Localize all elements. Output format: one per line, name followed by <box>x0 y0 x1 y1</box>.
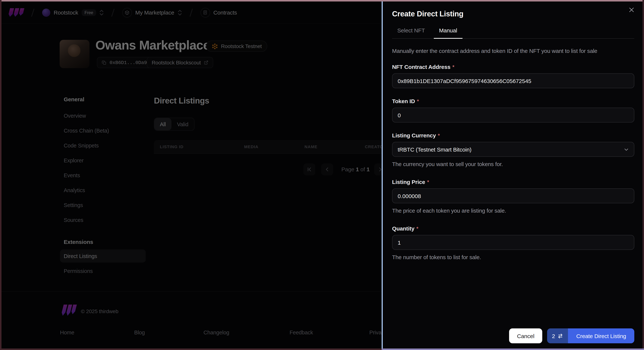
field-listing-price: Listing Price* The price of each token y… <box>392 179 634 214</box>
tx-count-segment: 2 <box>547 329 568 343</box>
submit-label: Create Direct Listing <box>568 329 634 343</box>
listing-currency-select[interactable]: tRBTC (Testnet Smart Bitcoin) <box>392 142 634 157</box>
field-label: NFT Contract Address* <box>392 64 634 70</box>
required-asterisk: * <box>417 98 419 104</box>
close-icon[interactable] <box>627 5 636 14</box>
field-listing-currency: Listing Currency* tRBTC (Testnet Smart B… <box>392 132 634 167</box>
cancel-button[interactable]: Cancel <box>509 329 542 343</box>
required-asterisk: * <box>416 225 418 232</box>
drawer-tabs: Select NFT Manual <box>392 27 634 39</box>
drawer-actions: Cancel 2 Create Direct Listing <box>392 329 634 343</box>
drawer-title: Create Direct Listing <box>392 10 634 18</box>
quantity-input[interactable] <box>392 235 634 250</box>
window-frame-left <box>0 0 2 350</box>
nft-contract-address-input[interactable] <box>392 73 634 88</box>
listing-currency-value: tRBTC (Testnet Smart Bitcoin) <box>398 146 472 152</box>
drawer-focus-ring-bottom <box>382 349 644 350</box>
tab-manual[interactable]: Manual <box>434 27 462 38</box>
token-id-input[interactable] <box>392 108 634 122</box>
tab-select-nft[interactable]: Select NFT <box>392 27 430 38</box>
field-label: Listing Currency* <box>392 132 634 138</box>
window-frame-right <box>642 0 644 350</box>
required-asterisk: * <box>452 64 454 70</box>
dashboard-page: Rootstock Free My Marketplace <box>2 1 642 349</box>
tx-count: 2 <box>552 333 555 339</box>
field-label: Quantity* <box>392 225 634 232</box>
field-quantity: Quantity* The number of tokens to list f… <box>392 225 634 260</box>
field-nft-contract-address: NFT Contract Address* <box>392 64 634 88</box>
field-label: Listing Price* <box>392 179 634 185</box>
field-token-id: Token ID* <box>392 98 634 122</box>
field-helper: The currency you want to sell your token… <box>392 161 634 167</box>
create-direct-listing-drawer: Create Direct Listing Select NFT Manual … <box>382 1 642 349</box>
drawer-description: Manually enter the contract address and … <box>392 48 634 54</box>
app-window: Rootstock Free My Marketplace <box>0 0 644 350</box>
field-label: Token ID* <box>392 98 634 104</box>
required-asterisk: * <box>438 132 440 138</box>
field-helper: The price of each token you are listing … <box>392 207 634 214</box>
listing-price-input[interactable] <box>392 188 634 203</box>
required-asterisk: * <box>427 179 429 185</box>
swap-arrows-icon <box>558 334 563 338</box>
window-frame-top <box>0 0 644 1</box>
chevron-down-icon <box>624 147 629 152</box>
field-helper: The number of tokens to list for sale. <box>392 254 634 260</box>
create-direct-listing-button[interactable]: 2 Create Direct Listing <box>547 329 634 343</box>
